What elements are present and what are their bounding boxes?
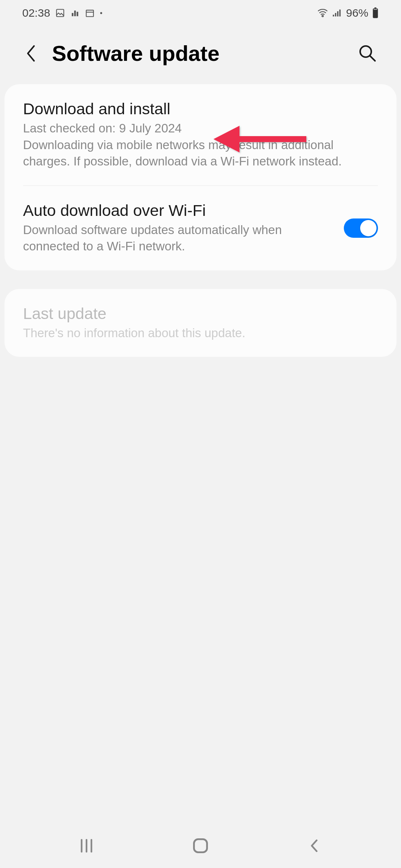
svg-rect-0 xyxy=(56,9,64,17)
auto-download-toggle[interactable] xyxy=(344,218,378,238)
nav-recents-button[interactable] xyxy=(75,835,98,857)
svg-rect-6 xyxy=(333,15,334,17)
svg-rect-8 xyxy=(337,11,339,16)
svg-line-14 xyxy=(370,56,375,60)
item-title: Download and install xyxy=(23,100,378,118)
nav-home-button[interactable] xyxy=(189,835,212,857)
item-content: Auto download over Wi-Fi Download softwa… xyxy=(23,201,333,255)
search-icon xyxy=(358,44,377,63)
item-title: Last update xyxy=(23,305,378,323)
image-icon xyxy=(55,8,65,18)
svg-rect-11 xyxy=(374,7,376,9)
calendar-icon xyxy=(85,8,95,18)
svg-rect-12 xyxy=(374,9,377,10)
svg-rect-4 xyxy=(86,10,94,16)
page-title: Software update xyxy=(52,41,345,66)
page-header: Software update xyxy=(0,26,401,84)
home-icon xyxy=(192,837,209,855)
chart-icon xyxy=(70,8,80,18)
svg-rect-9 xyxy=(339,10,341,17)
navigation-bar xyxy=(0,823,401,868)
signal-icon xyxy=(332,8,342,18)
status-left: 02:38 • xyxy=(22,7,102,19)
chevron-left-icon xyxy=(25,44,38,63)
status-bar: 02:38 • 96% xyxy=(0,0,401,26)
download-install-item[interactable]: Download and install Last checked on: 9 … xyxy=(4,84,397,185)
recents-icon xyxy=(78,838,95,854)
wifi-icon xyxy=(317,8,328,18)
svg-rect-10 xyxy=(373,9,378,18)
toggle-knob xyxy=(360,220,376,236)
dot-icon: • xyxy=(100,9,102,17)
battery-percent: 96% xyxy=(346,7,368,19)
auto-download-item[interactable]: Auto download over Wi-Fi Download softwa… xyxy=(4,186,397,270)
svg-rect-1 xyxy=(72,13,73,16)
back-button[interactable] xyxy=(22,44,41,63)
svg-rect-2 xyxy=(74,11,76,16)
chevron-left-icon xyxy=(308,838,321,854)
last-update-item: Last update There's no information about… xyxy=(4,289,397,357)
search-button[interactable] xyxy=(356,42,379,65)
battery-icon xyxy=(372,7,379,19)
status-right: 96% xyxy=(317,7,379,19)
item-subtitle: Last checked on: 9 July 2024 Downloading… xyxy=(23,120,378,170)
item-subtitle: There's no information about this update… xyxy=(23,325,378,342)
last-update-card: Last update There's no information about… xyxy=(4,289,397,357)
item-subtitle: Download software updates automatically … xyxy=(23,222,333,255)
nav-back-button[interactable] xyxy=(303,835,326,857)
svg-rect-7 xyxy=(335,13,336,16)
svg-rect-3 xyxy=(76,12,78,16)
svg-rect-18 xyxy=(194,839,207,852)
status-time: 02:38 xyxy=(22,7,50,19)
settings-card: Download and install Last checked on: 9 … xyxy=(4,84,397,270)
item-title: Auto download over Wi-Fi xyxy=(23,201,333,220)
